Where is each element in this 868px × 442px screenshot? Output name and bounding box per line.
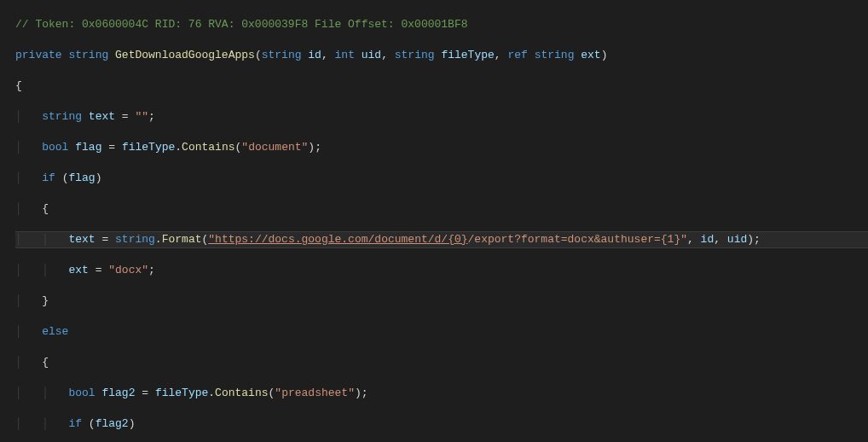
code-line[interactable]: │ { bbox=[15, 201, 868, 217]
type-keyword: string bbox=[68, 49, 108, 61]
keyword: private bbox=[15, 49, 62, 61]
code-line[interactable]: │ bool flag = fileType.Contains("documen… bbox=[15, 140, 868, 155]
code-line[interactable]: │ } bbox=[15, 294, 868, 309]
code-line[interactable]: │ │ if (flag2) bbox=[15, 416, 868, 432]
code-line[interactable]: { bbox=[15, 79, 868, 94]
code-line[interactable]: │ if (flag) bbox=[15, 171, 868, 186]
code-line[interactable]: │ string text = ""; bbox=[15, 109, 868, 125]
code-editor[interactable]: // Token: 0x0600004C RID: 76 RVA: 0x0000… bbox=[0, 0, 868, 442]
code-line-current[interactable]: │ │ text = string.Format("https://docs.g… bbox=[15, 231, 868, 248]
comment-token: // Token: 0x0600004C RID: 76 RVA: 0x0000… bbox=[15, 18, 468, 31]
brace-open: { bbox=[15, 79, 22, 92]
code-line[interactable]: │ │ bool flag2 = fileType.Contains("prea… bbox=[15, 386, 868, 401]
method-name: GetDownloadGoogleApps bbox=[115, 49, 255, 61]
code-line[interactable]: // Token: 0x0600004C RID: 76 RVA: 0x0000… bbox=[15, 17, 868, 32]
code-line[interactable]: │ { bbox=[15, 355, 868, 370]
url-string[interactable]: "https://docs.google.com/document/d/{0} bbox=[208, 233, 467, 246]
code-line[interactable]: │ else bbox=[15, 324, 868, 340]
code-line[interactable]: private string GetDownloadGoogleApps(str… bbox=[15, 48, 868, 63]
code-line[interactable]: │ │ ext = "docx"; bbox=[15, 263, 868, 278]
